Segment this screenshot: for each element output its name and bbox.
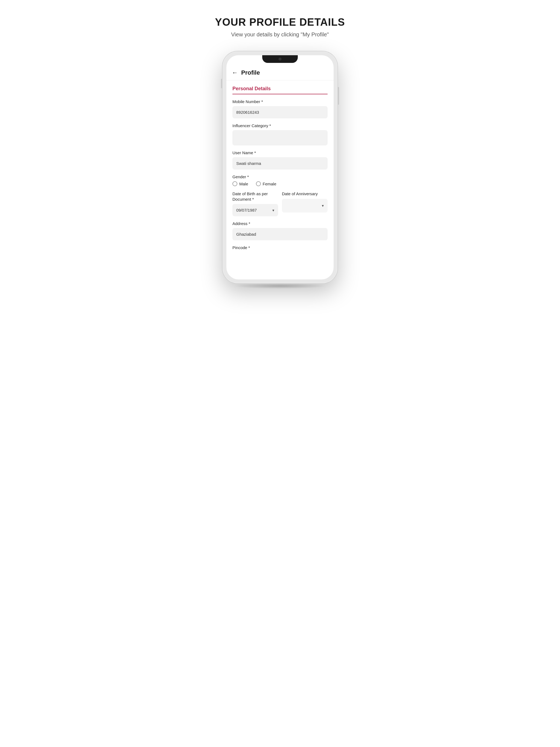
phone-screen-container: ← Profile Personal Details Mobile Number… (226, 55, 334, 279)
address-group: Address * (232, 221, 328, 240)
pincode-label: Pincode * (232, 245, 328, 250)
mobile-label: Mobile Number * (232, 99, 328, 104)
page-title: YOUR PROFILE DETAILS (215, 17, 345, 28)
back-button[interactable]: ← (232, 69, 238, 76)
influencer-category-group: Influencer Category * (232, 123, 328, 146)
dob-col: Date of Birth as per Document * 09/07/19… (232, 191, 278, 216)
camera-dot (279, 58, 281, 60)
gender-label: Gender * (232, 175, 328, 179)
gender-options: Male Female (232, 181, 328, 186)
dob-chevron-icon: ▾ (272, 208, 274, 212)
address-input[interactable] (232, 228, 328, 240)
phone-shadow (234, 283, 326, 289)
gender-female-label: Female (263, 182, 276, 186)
date-row: Date of Birth as per Document * 09/07/19… (232, 191, 328, 216)
username-input[interactable] (232, 157, 328, 170)
dob-dropdown[interactable]: 09/07/1987 ▾ (232, 204, 278, 216)
phone-screen: ← Profile Personal Details Mobile Number… (226, 55, 334, 279)
form-content: Personal Details Mobile Number * Influen… (226, 80, 334, 255)
address-label: Address * (232, 221, 328, 226)
radio-female[interactable] (256, 181, 261, 186)
mobile-input[interactable] (232, 106, 328, 119)
anniversary-dropdown[interactable]: ▾ (282, 199, 328, 212)
radio-male[interactable] (232, 181, 237, 186)
anniversary-col: Date of Anniversary ▾ (282, 191, 328, 216)
username-label: User Name * (232, 150, 328, 155)
gender-male-label: Male (239, 182, 248, 186)
app-screen-title: Profile (241, 69, 260, 76)
app-header: ← Profile (226, 65, 334, 80)
page-header: YOUR PROFILE DETAILS View your details b… (215, 17, 345, 38)
anniversary-label: Date of Anniversary (282, 191, 328, 197)
gender-group: Gender * Male Female (232, 175, 328, 186)
influencer-input[interactable] (232, 130, 328, 146)
anniversary-chevron-icon: ▾ (322, 203, 324, 208)
gender-male-option[interactable]: Male (232, 181, 248, 186)
dob-value: 09/07/1987 (236, 208, 257, 212)
page-subtitle: View your details by clicking "My Profil… (215, 31, 345, 38)
username-group: User Name * (232, 150, 328, 170)
gender-female-option[interactable]: Female (256, 181, 276, 186)
section-title-personal: Personal Details (232, 86, 328, 94)
phone-frame: ← Profile Personal Details Mobile Number… (223, 51, 337, 283)
phone-notch (262, 55, 298, 63)
dob-label: Date of Birth as per Document * (232, 191, 278, 202)
influencer-label: Influencer Category * (232, 123, 328, 128)
mobile-number-group: Mobile Number * (232, 99, 328, 119)
